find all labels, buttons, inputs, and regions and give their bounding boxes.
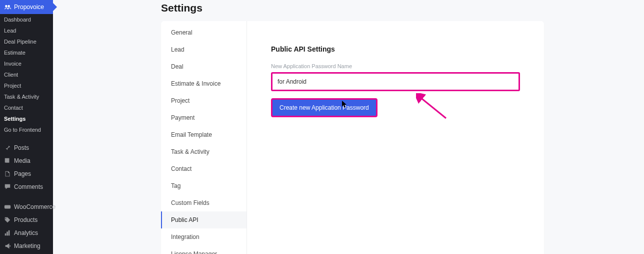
sidebar-item-frontend[interactable]: Go to Frontend — [0, 124, 53, 135]
create-password-button[interactable]: Create new Application Password — [271, 98, 378, 117]
sidebar-item-products[interactable]: Products — [0, 213, 53, 226]
tab-tag[interactable]: Tag — [161, 177, 246, 194]
sidebar-item-label: WooCommerce — [14, 203, 56, 210]
settings-content: Public API Settings New Application Pass… — [247, 21, 544, 254]
svg-point-2 — [6, 160, 7, 160]
tab-task-activity[interactable]: Task & Activity — [161, 143, 246, 160]
sidebar-item-label: Marketing — [14, 242, 40, 249]
sidebar-item-lead[interactable]: Lead — [0, 25, 53, 36]
comment-icon — [4, 183, 11, 190]
sidebar-item-invoice[interactable]: Invoice — [0, 58, 53, 69]
sidebar-item-task-activity[interactable]: Task & Activity — [0, 91, 53, 102]
tab-deal[interactable]: Deal — [161, 58, 246, 75]
sidebar-item-pages[interactable]: Pages — [0, 167, 53, 180]
tab-general[interactable]: General — [161, 24, 246, 41]
sidebar-item-marketing[interactable]: Marketing — [0, 239, 53, 252]
sidebar-item-posts[interactable]: Posts — [0, 141, 53, 154]
sidebar-item-woocommerce[interactable]: WooCommerce — [0, 200, 53, 213]
tab-lead[interactable]: Lead — [161, 41, 246, 58]
sidebar-item-label: Pages — [14, 170, 31, 177]
svg-point-1 — [8, 5, 10, 7]
sidebar-item-label: Media — [14, 157, 30, 164]
sidebar-item-settings[interactable]: Settings — [0, 113, 53, 124]
content-title: Public API Settings — [271, 45, 520, 53]
password-name-label: New Application Password Name — [271, 63, 520, 69]
tab-public-api[interactable]: Public API — [161, 211, 246, 228]
settings-panel: GeneralLeadDealEstimate & InvoiceProject… — [161, 21, 544, 254]
sidebar-item-analytics[interactable]: Analytics — [0, 226, 53, 239]
sidebar-item-project[interactable]: Project — [0, 80, 53, 91]
svg-rect-6 — [8, 230, 10, 236]
sidebar-item-label: Posts — [14, 144, 29, 151]
tab-integration[interactable]: Integration — [161, 228, 246, 245]
tab-contact[interactable]: Contact — [161, 160, 246, 177]
main-content: Settings GeneralLeadDealEstimate & Invoi… — [53, 0, 644, 254]
password-name-input[interactable] — [271, 72, 520, 91]
sidebar-item-label: Analytics — [14, 229, 38, 236]
pages-icon — [4, 170, 11, 177]
svg-point-0 — [5, 5, 7, 7]
marketing-icon — [4, 242, 11, 249]
woo-icon — [4, 203, 11, 210]
sidebar-item-client[interactable]: Client — [0, 69, 53, 80]
svg-rect-4 — [5, 233, 6, 235]
media-icon — [4, 157, 11, 164]
sidebar-main-group: PostsMediaPagesCommentsWooCommerceProduc… — [0, 141, 53, 254]
svg-rect-5 — [6, 231, 8, 235]
pin-icon — [4, 144, 11, 151]
page-title: Settings — [161, 0, 644, 21]
tab-license-manager[interactable]: License Manager — [161, 245, 246, 254]
tab-custom-fields[interactable]: Custom Fields — [161, 194, 246, 211]
brand-header[interactable]: Propovoice — [0, 0, 53, 14]
sidebar-item-media[interactable]: Media — [0, 154, 53, 167]
sidebar-top-group: DashboardLeadDeal PipelineEstimateInvoic… — [0, 14, 53, 135]
tab-estimate-invoice[interactable]: Estimate & Invoice — [161, 75, 246, 92]
svg-rect-3 — [4, 205, 10, 209]
tab-email-template[interactable]: Email Template — [161, 126, 246, 143]
tab-payment[interactable]: Payment — [161, 109, 246, 126]
brand-icon — [4, 4, 11, 11]
sidebar-item-estimate[interactable]: Estimate — [0, 47, 53, 58]
sidebar-item-label: Comments — [14, 183, 43, 190]
analytics-icon — [4, 229, 11, 236]
brand-label: Propovoice — [14, 4, 44, 11]
sidebar-item-label: Products — [14, 216, 38, 223]
sidebar-item-comments[interactable]: Comments — [0, 180, 53, 193]
tab-project[interactable]: Project — [161, 92, 246, 109]
admin-sidebar: Propovoice DashboardLeadDeal PipelineEst… — [0, 0, 53, 254]
settings-tabs: GeneralLeadDealEstimate & InvoiceProject… — [161, 21, 247, 254]
sidebar-item-deal-pipeline[interactable]: Deal Pipeline — [0, 36, 53, 47]
product-icon — [4, 216, 11, 223]
sidebar-item-contact[interactable]: Contact — [0, 102, 53, 113]
sidebar-item-dashboard[interactable]: Dashboard — [0, 14, 53, 25]
